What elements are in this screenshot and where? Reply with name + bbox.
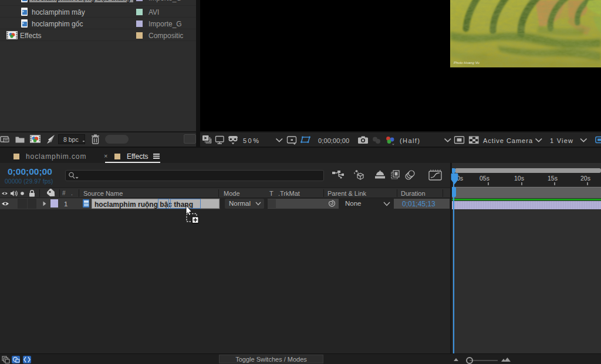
svg-text:50%: 50%	[243, 137, 259, 144]
svg-text:0;00;00;00: 0;00;00;00	[318, 137, 349, 144]
svg-text:Active Camera: Active Camera	[483, 137, 533, 144]
svg-text:(Half): (Half)	[400, 137, 420, 144]
svg-text:1 View: 1 View	[550, 137, 573, 144]
svg-text:Photo Hoang Vu: Photo Hoang Vu	[454, 61, 480, 64]
